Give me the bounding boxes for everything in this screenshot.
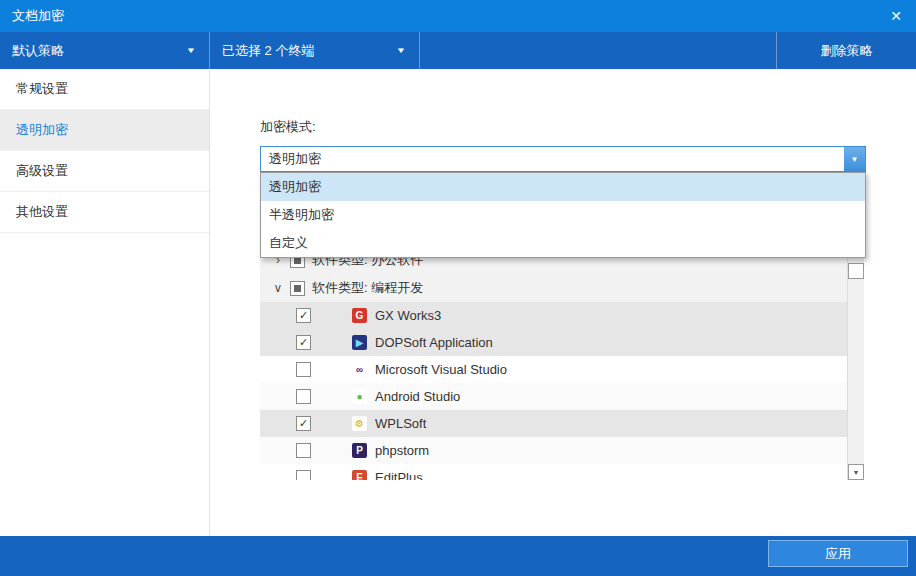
group-row-programming-dev[interactable]: ∨ 软件类型: 编程开发 [260,274,847,302]
app-row-gx-works3[interactable]: ✓ G GX Works3 [260,302,847,329]
window-title: 文档加密 [12,7,64,25]
app-name: WPLSoft [375,416,426,431]
tree-rows: › 软件类型: 办公软件 ∨ 软件类型: 编程开发 ✓ G GX Works3 … [260,246,847,480]
checkbox[interactable]: ✓ [296,308,311,323]
apply-button[interactable]: 应用 [768,540,908,567]
app-name: DOPSoft Application [375,335,493,350]
chevron-down-icon: ▼ [186,46,196,55]
app-row-android-studio[interactable]: ✓ ● Android Studio [260,383,847,410]
combobox-dropdown-list: 透明加密 半透明加密 自定义 [260,172,866,258]
checkbox[interactable]: ✓ [296,362,311,377]
scroll-down-icon[interactable]: ▼ [848,464,864,480]
app-row-wplsoft[interactable]: ✓ ⚙ WPLSoft [260,410,847,437]
sidebar: 常规设置 透明加密 高级设置 其他设置 [0,69,210,536]
app-name: GX Works3 [375,308,441,323]
app-row-visual-studio[interactable]: ✓ ∞ Microsoft Visual Studio [260,356,847,383]
app-icon: ∞ [352,362,367,377]
checkbox[interactable]: ✓ [296,335,311,350]
policy-dropdown[interactable]: 默认策略 ▼ [0,32,210,69]
app-icon: ▶ [352,335,367,350]
checkbox[interactable]: ✓ [296,416,311,431]
encryption-mode-combobox[interactable]: 透明加密 ▼ [260,146,866,172]
dropdown-option-transparent[interactable]: 透明加密 [261,173,865,201]
app-row-dopsoft[interactable]: ✓ ▶ DOPSoft Application [260,329,847,356]
combobox-value: 透明加密 [261,150,844,168]
sidebar-item-label: 其他设置 [16,204,68,219]
app-name: phpstorm [375,443,429,458]
sidebar-item-transparent-encryption[interactable]: 透明加密 [0,110,209,151]
sidebar-item-advanced[interactable]: 高级设置 [0,151,209,192]
app-row-editplus[interactable]: ✓ E EditPlus [260,464,847,480]
checkbox[interactable]: ✓ [296,389,311,404]
encryption-mode-label: 加密模式: [260,118,316,136]
footer-bar: 应用 [0,536,916,576]
titlebar: 文档加密 ✕ [0,0,916,32]
app-name: EditPlus [375,470,423,480]
policy-dropdown-label: 默认策略 [12,42,64,60]
dropdown-option-custom[interactable]: 自定义 [261,229,865,257]
terminals-dropdown[interactable]: 已选择 2 个终端 ▼ [210,32,420,69]
app-name: Android Studio [375,389,460,404]
scrollbar[interactable]: ▲ ▼ [847,246,864,480]
sidebar-item-label: 常规设置 [16,81,68,96]
checkbox[interactable]: ✓ [296,470,311,480]
check-icon: ✓ [299,418,308,429]
software-tree-list: › 软件类型: 办公软件 ∨ 软件类型: 编程开发 ✓ G GX Works3 … [260,246,864,480]
checkbox[interactable]: ✓ [296,443,311,458]
sidebar-item-other[interactable]: 其他设置 [0,192,209,233]
main-panel: 加密模式: 透明加密 ▼ 透明加密 半透明加密 自定义 › 软件类型: 办公软件… [210,69,916,536]
app-icon: P [352,443,367,458]
chevron-down-icon: ▼ [396,46,406,55]
delete-policy-label: 删除策略 [821,42,873,60]
sidebar-item-label: 透明加密 [16,122,68,137]
dropdown-option-semi-transparent[interactable]: 半透明加密 [261,201,865,229]
scrollbar-thumb[interactable] [848,263,864,279]
chevron-down-icon[interactable]: ▼ [844,147,865,171]
check-icon: ✓ [299,310,308,321]
app-name: Microsoft Visual Studio [375,362,507,377]
check-icon: ✓ [299,337,308,348]
sidebar-item-general[interactable]: 常规设置 [0,69,209,110]
app-row-phpstorm[interactable]: ✓ P phpstorm [260,437,847,464]
sidebar-item-label: 高级设置 [16,163,68,178]
tristate-checkbox[interactable] [290,281,305,296]
app-icon: G [352,308,367,323]
toolbar: 默认策略 ▼ 已选择 2 个终端 ▼ 删除策略 [0,32,916,69]
app-icon: ● [352,389,367,404]
app-icon: ⚙ [352,416,367,431]
app-icon: E [352,470,367,480]
close-icon[interactable]: ✕ [890,0,902,32]
delete-policy-button[interactable]: 删除策略 [776,32,916,69]
terminals-dropdown-label: 已选择 2 个终端 [222,42,314,60]
chevron-down-icon[interactable]: ∨ [272,282,284,294]
tristate-mark [294,285,301,292]
group-label: 软件类型: 编程开发 [312,279,423,297]
